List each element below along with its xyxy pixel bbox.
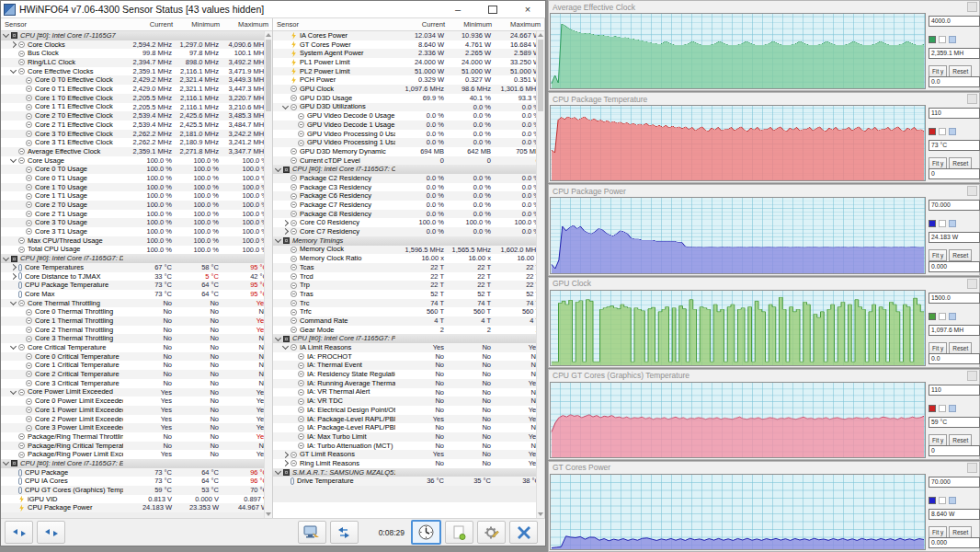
sensor-group-header[interactable]: CPU [#0]: Intel Core i7-1165G7: Perform.…	[273, 334, 544, 343]
chevron-down-icon[interactable]	[275, 236, 281, 243]
sensor-row[interactable]: GPU Video Decode 0 Usage0.0 %0.0 %0.0 %	[273, 111, 544, 121]
sensor-row[interactable]: Core 2 Critical TemperatureNoNoNo	[1, 370, 272, 379]
series-color-swatch[interactable]	[929, 220, 936, 227]
sensor-row[interactable]: Core Thermal ThrottlingNoNoYes	[1, 299, 272, 308]
sensor-row[interactable]: IA: Max Turbo LimitNoNoYes	[273, 432, 544, 442]
sensor-group-header[interactable]: Memory Timings	[273, 236, 544, 246]
sensor-row[interactable]: Gear Mode222	[273, 326, 544, 335]
sensor-row[interactable]: Core 2 T0 Usage100.0 %100.0 %100.0 %	[1, 201, 272, 210]
sensor-row[interactable]: IA: Running Average Thermal LimitNoNoYes	[273, 379, 544, 388]
sensor-row[interactable]: Package/Ring Critical TemperatureNoNoNo	[1, 442, 272, 451]
chevron-down-icon[interactable]	[282, 343, 289, 350]
sensor-row[interactable]: IA: Package-Level RAPL/PBM PL2,PL3NoNoNo	[273, 423, 544, 432]
sensor-row[interactable]: Core 0 T0 Effective Clock2,429.2 MHz2,32…	[1, 75, 272, 85]
grid-color-swatch[interactable]	[949, 405, 956, 412]
logging-clock-button[interactable]	[411, 520, 441, 545]
sensor-row[interactable]: Core C7 Residency0.0 %0.0 %0.0 %	[273, 227, 544, 236]
grid-color-swatch[interactable]	[949, 220, 956, 227]
col-current[interactable]: Current	[123, 18, 177, 30]
sensor-row[interactable]: GT Cores Power8.640 W4.761 W16.684 W	[273, 40, 544, 50]
y-max-input[interactable]: 110	[929, 108, 980, 119]
sensor-row[interactable]: Core 3 T1 Usage100.0 %100.0 %100.0 %	[1, 227, 272, 236]
chevron-right-icon[interactable]	[10, 273, 17, 280]
fit-y-button[interactable]: Fit y	[929, 434, 947, 446]
sensor-row[interactable]: Core Max73 °C64 °C95 °C	[1, 290, 272, 299]
sensor-row[interactable]: Core Distance to TJMAX33 °C5 °C42 °C	[1, 272, 272, 282]
reset-button[interactable]: Reset	[949, 65, 972, 77]
sensor-row[interactable]: Core Power Limit ExceededYesNoYes	[1, 388, 272, 397]
sensor-row[interactable]: Trfc560 T560 T560 T	[273, 307, 544, 316]
sensor-row[interactable]: Package C8 Residency0.0 %0.0 %0.0 %	[273, 210, 544, 219]
sensor-row[interactable]: Core 0 Thermal ThrottlingNoNoNo	[1, 307, 272, 316]
y-max-input[interactable]: 1500.0	[929, 293, 980, 304]
sensor-row[interactable]: Drive Temperature36 °C35 °C38 °C	[273, 477, 544, 486]
y-min-input[interactable]: 0.0	[929, 353, 980, 364]
sensor-group-header[interactable]: CPU [#0]: Intel Core i7-1165G7: DTS	[1, 254, 272, 263]
sensor-group-header[interactable]: S.M.A.R.T.: SAMSUNG MZALQ512HALU-0...	[273, 468, 544, 477]
reset-button[interactable]: Reset	[949, 342, 972, 354]
sensor-row[interactable]: GPU D3D Usage69.9 %40.1 %93.3 %	[273, 94, 544, 103]
sensor-row[interactable]: Current cTDP Level000	[273, 156, 544, 166]
sensor-row[interactable]: Core 1 T1 Usage100.0 %100.0 %100.0 %	[1, 191, 272, 201]
col-minimum[interactable]: Minimum	[449, 18, 496, 30]
sensor-row[interactable]: Core 0 Power Limit ExceededYesNoYes	[1, 397, 272, 406]
sensor-row[interactable]: Tcas22 T22 T22 T	[273, 263, 544, 272]
fit-y-button[interactable]: Fit y	[929, 249, 947, 261]
chevron-right-icon[interactable]	[282, 460, 289, 466]
sensor-row[interactable]: Core 3 Critical TemperatureNoNoNo	[1, 379, 272, 388]
sensor-row[interactable]: Total CPU Usage100.0 %100.0 %100.0 %	[1, 246, 272, 255]
grid-color-swatch[interactable]	[949, 313, 956, 320]
background-color-swatch[interactable]	[939, 405, 946, 412]
background-color-swatch[interactable]	[939, 313, 946, 320]
sensor-row[interactable]: GPU Video Decode 1 Usage0.0 %0.0 %0.0 %	[273, 121, 544, 130]
sensor-row[interactable]: Core 0 Critical TemperatureNoNoNo	[1, 352, 272, 362]
series-color-swatch[interactable]	[929, 36, 936, 43]
sensor-row[interactable]: iGPU VID0.813 V0.000 V0.897 V	[1, 495, 272, 504]
sensor-row[interactable]: Core 2 T1 Effective Clock2,539.4 MHz2,42…	[1, 121, 272, 130]
chevron-down-icon[interactable]	[275, 468, 281, 475]
sensor-row[interactable]: Package C6 Residency0.0 %0.0 %0.0 %	[273, 191, 544, 201]
reset-button[interactable]: Reset	[949, 434, 972, 446]
y-min-input[interactable]: 0.0	[929, 76, 980, 87]
chevron-down-icon[interactable]	[275, 335, 281, 341]
scrollbar-right-pane[interactable]	[536, 31, 544, 518]
y-min-input[interactable]: 0.000	[929, 261, 980, 272]
graph-corner-button[interactable]	[967, 186, 977, 196]
sensor-row[interactable]: Ring/LLC Clock2,394.7 MHz898.0 MHz3,492.…	[1, 58, 272, 67]
sensor-row[interactable]: IA: Thermal EventNoNoNo	[273, 361, 544, 370]
sensor-group-header[interactable]: CPU [#0]: Intel Core i7-1165G7: Enha...	[1, 459, 272, 468]
chevron-down-icon[interactable]	[10, 67, 17, 74]
grid-color-swatch[interactable]	[949, 497, 956, 504]
grid-color-swatch[interactable]	[949, 36, 956, 43]
sensor-row[interactable]: IA: Electrical Design Point/Other (ICC..…	[273, 406, 544, 415]
swap-columns-button[interactable]	[5, 521, 33, 544]
sensor-row[interactable]: GPU Clock1,097.6 MHz98.6 MHz1,301.6 MHz	[273, 85, 544, 94]
series-color-swatch[interactable]	[929, 313, 936, 320]
chevron-down-icon[interactable]	[282, 103, 289, 109]
scrollbar-left-pane[interactable]	[264, 31, 272, 518]
sensor-row[interactable]: IA Cores Power12.034 W10.936 W24.667 W	[273, 31, 544, 40]
sensor-row[interactable]: Package C7 Residency0.0 %0.0 %0.0 %	[273, 201, 544, 210]
sensor-row[interactable]: Core Usage100.0 %100.0 %100.0 %	[1, 156, 272, 166]
network-share-button[interactable]	[330, 521, 359, 544]
sensor-row[interactable]: Trc74 T74 T74 T	[273, 299, 544, 308]
graph-corner-button[interactable]	[967, 463, 977, 473]
sensor-row[interactable]: Core C0 Residency100.0 %100.0 %100.0 %	[273, 218, 544, 227]
chevron-down-icon[interactable]	[10, 156, 17, 163]
reset-button[interactable]: Reset	[949, 157, 972, 169]
sensor-row[interactable]: CPU Package Power24.183 W23.353 W44.967 …	[1, 503, 272, 512]
sensor-row[interactable]: CPU Package Temperature73 °C64 °C95 °C	[1, 281, 272, 290]
series-color-swatch[interactable]	[929, 128, 936, 135]
sensor-row[interactable]: GPU Video Processing 0 Usage0.0 %0.0 %0.…	[273, 130, 544, 139]
background-color-swatch[interactable]	[939, 497, 946, 504]
sensor-row[interactable]: IA Limit ReasonsYesNoYes	[273, 343, 544, 352]
col-sensor[interactable]: Sensor	[1, 18, 123, 30]
sensor-row[interactable]: Core 0 T0 Usage100.0 %100.0 %100.0 %	[1, 165, 272, 174]
sensor-row[interactable]: Core 2 Power Limit ExceededYesNoYes	[1, 415, 272, 424]
col-current[interactable]: Current	[395, 18, 449, 30]
sensor-row[interactable]: IA: VR TDCNoNoNo	[273, 397, 544, 406]
chevron-down-icon[interactable]	[275, 166, 281, 172]
sensor-row[interactable]: Core 3 Thermal ThrottlingNoNoNo	[1, 334, 272, 343]
chevron-right-icon[interactable]	[10, 264, 17, 270]
sensor-row[interactable]: Core Temperatures67 °C58 °C95 °C	[1, 263, 272, 272]
